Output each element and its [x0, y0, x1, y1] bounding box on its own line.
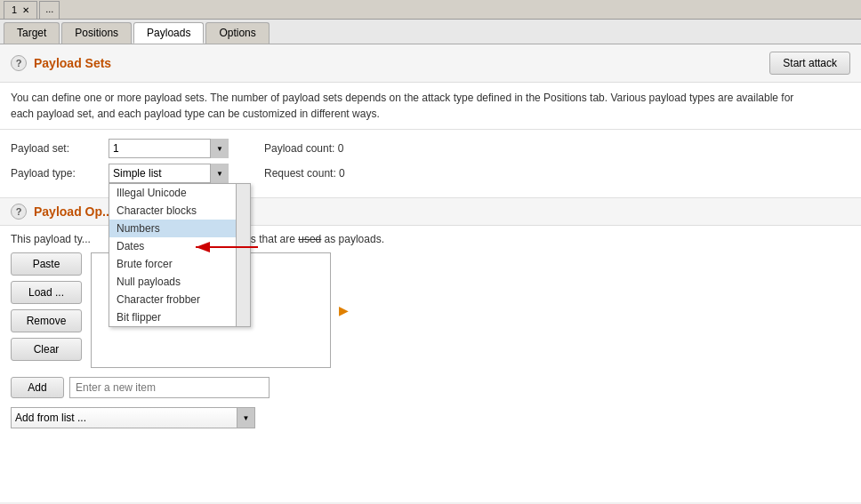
tab-payloads[interactable]: Payloads	[133, 22, 204, 44]
payload-type-select[interactable]: Simple list	[109, 164, 211, 183]
tab-options[interactable]: Options	[205, 22, 269, 44]
dropdown-item-null-payloads[interactable]: Null payloads	[109, 273, 250, 291]
start-attack-button[interactable]: Start attack	[769, 52, 850, 75]
dropdown-item-numbers[interactable]: Numbers	[109, 220, 250, 237]
dropdown-item-character-blocks[interactable]: Character blocks	[109, 202, 250, 220]
dropdown-item-dates[interactable]: Dates	[109, 237, 250, 255]
close-icon[interactable]: ✕	[22, 5, 29, 15]
payload-options-title: Payload Op...	[34, 204, 113, 219]
title-tab-1[interactable]: 1 ✕	[4, 1, 37, 19]
payload-set-row: Payload set: 1 ▼ Payload count: 0	[11, 139, 850, 158]
main-content: ? Payload Sets Start attack You can defi…	[0, 44, 861, 502]
action-buttons: Paste Load ... Remove Clear	[11, 252, 82, 368]
payload-set-select-wrapper[interactable]: 1 ▼	[109, 139, 229, 158]
payload-set-label: Payload set:	[11, 142, 109, 155]
payload-type-row: Payload type: Simple list ▼ Illegal Unic…	[11, 164, 850, 183]
dropdown-item-character-frobber[interactable]: Character frobber	[109, 291, 250, 308]
add-button[interactable]: Add	[11, 377, 64, 398]
dropdown-scrollbar[interactable]	[236, 184, 250, 326]
payload-sets-title: Payload Sets	[34, 56, 111, 70]
request-count-label: Request count: 0	[264, 167, 345, 180]
title-bar: 1 ✕ ...	[0, 0, 861, 20]
payload-sets-description: You can define one or more payload sets.…	[0, 83, 861, 130]
payload-count-label: Payload count: 0	[264, 142, 343, 155]
payload-type-dropdown-container: Simple list ▼ Illegal Unicode Character …	[109, 164, 229, 183]
payload-set-dropdown-btn[interactable]: ▼	[211, 139, 229, 158]
add-from-list-row: Add from list ... ▼	[0, 407, 861, 428]
add-from-list-dropdown-btn[interactable]: ▼	[237, 407, 255, 428]
list-indicator: ▶	[339, 303, 349, 317]
payload-options-help-icon[interactable]: ?	[11, 204, 27, 220]
form-area: Payload set: 1 ▼ Payload count: 0 Payloa…	[0, 130, 861, 198]
dropdown-item-illegal-unicode[interactable]: Illegal Unicode	[109, 184, 250, 202]
clear-button[interactable]: Clear	[11, 338, 82, 361]
nav-tabs: Target Positions Payloads Options	[0, 20, 861, 44]
tab-target[interactable]: Target	[4, 22, 60, 44]
payload-type-label: Payload type:	[11, 167, 109, 180]
add-from-list-select[interactable]: Add from list ...	[11, 407, 237, 428]
load-button[interactable]: Load ...	[11, 281, 82, 304]
dropdown-item-brute-forcer[interactable]: Brute forcer	[109, 255, 250, 273]
remove-button[interactable]: Remove	[11, 309, 82, 332]
payload-type-dropdown-menu: Illegal Unicode Character blocks Numbers…	[109, 183, 251, 327]
payload-type-dropdown-btn[interactable]: ▼	[211, 164, 229, 183]
payload-sets-header: ? Payload Sets Start attack	[0, 44, 861, 83]
payload-set-select[interactable]: 1	[109, 139, 211, 158]
payload-sets-help-icon[interactable]: ?	[11, 55, 27, 71]
paste-button[interactable]: Paste	[11, 252, 82, 276]
tab-positions[interactable]: Positions	[61, 22, 132, 44]
add-item-row: Add	[0, 372, 861, 404]
title-tab-ellipsis[interactable]: ...	[39, 1, 60, 19]
dropdown-item-bit-flipper[interactable]: Bit flipper	[109, 308, 250, 326]
new-item-input[interactable]	[69, 377, 270, 398]
payload-type-select-wrapper[interactable]: Simple list ▼	[109, 164, 229, 183]
